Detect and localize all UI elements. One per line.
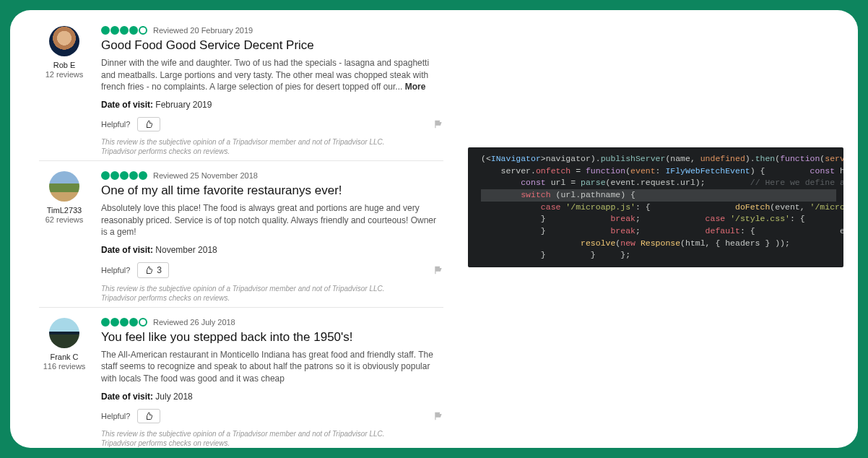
review-date: Reviewed 20 February 2019 <box>153 26 253 35</box>
thumb-up-icon <box>144 266 153 275</box>
rating-bubble <box>129 318 138 327</box>
review-item: TimL273362 reviewsReviewed 25 November 2… <box>39 161 443 308</box>
rating-bubble <box>139 26 147 35</box>
review-item: Rob E12 reviewsReviewed 20 February 2019… <box>39 16 443 161</box>
review-body: Dinner with the wife and daughter. Two o… <box>101 57 443 92</box>
rating-bubble <box>101 318 110 327</box>
rating-bubble <box>129 26 138 35</box>
code-panel: (<INavigator>navigator).publishServer(na… <box>468 147 843 267</box>
avatar[interactable] <box>49 171 79 202</box>
flag-icon[interactable] <box>433 265 443 275</box>
review-body: The All-American restaurant in Monticell… <box>101 349 443 384</box>
rating <box>101 318 147 327</box>
rating-bubble <box>101 171 110 180</box>
username[interactable]: TimL2733 <box>39 206 90 215</box>
rating <box>101 26 147 35</box>
rating-bubble <box>120 26 129 35</box>
helpful-label: Helpful? <box>101 266 130 275</box>
review-date: Reviewed 26 July 2018 <box>153 318 235 327</box>
review-title[interactable]: Good Food Good Service Decent Price <box>101 38 443 53</box>
rating-bubble <box>120 318 129 327</box>
rating-bubble <box>110 318 119 327</box>
content-card: Rob E12 reviewsReviewed 20 February 2019… <box>10 10 858 448</box>
helpful-label: Helpful? <box>101 412 130 420</box>
avatar[interactable] <box>49 318 79 348</box>
rating-bubble <box>110 171 119 180</box>
username[interactable]: Frank C <box>39 353 90 362</box>
avatar[interactable] <box>49 26 79 56</box>
rating-bubble <box>139 318 147 327</box>
flag-icon[interactable] <box>433 119 443 129</box>
rating-bubble <box>120 171 129 180</box>
helpful-button[interactable] <box>137 117 160 131</box>
rating-bubble <box>101 26 110 35</box>
helpful-count: 3 <box>157 265 162 275</box>
date-of-visit: Date of visit: November 2018 <box>101 245 443 255</box>
date-of-visit: Date of visit: February 2019 <box>101 100 443 110</box>
review-item: Frank C116 reviewsReviewed 26 July 2018Y… <box>39 308 443 448</box>
thumb-up-icon <box>144 412 153 420</box>
disclaimer-text: This review is the subjective opinion of… <box>101 429 404 448</box>
helpful-label: Helpful? <box>101 120 130 129</box>
review-date: Reviewed 25 November 2018 <box>153 171 258 180</box>
more-link[interactable]: More <box>405 82 426 92</box>
disclaimer-text: This review is the subjective opinion of… <box>101 284 404 303</box>
rating <box>101 171 147 180</box>
flag-icon[interactable] <box>433 411 443 421</box>
review-count: 12 reviews <box>39 70 90 79</box>
date-of-visit: Date of visit: July 2018 <box>101 392 443 402</box>
helpful-button[interactable]: 3 <box>137 262 169 278</box>
review-title[interactable]: You feel like you stepped back into the … <box>101 330 443 345</box>
thumb-up-icon <box>144 120 153 129</box>
helpful-button[interactable] <box>137 409 160 423</box>
rating-bubble <box>110 26 119 35</box>
rating-bubble <box>139 171 147 180</box>
review-count: 116 reviews <box>39 362 90 371</box>
username[interactable]: Rob E <box>39 61 90 70</box>
review-body: Absolutely love this place! The food is … <box>101 202 443 238</box>
reviews-list: Rob E12 reviewsReviewed 20 February 2019… <box>39 16 443 448</box>
review-count: 62 reviews <box>39 215 90 224</box>
review-title[interactable]: One of my all time favorite restauranys … <box>101 183 443 198</box>
disclaimer-text: This review is the subjective opinion of… <box>101 137 404 156</box>
rating-bubble <box>129 171 138 180</box>
